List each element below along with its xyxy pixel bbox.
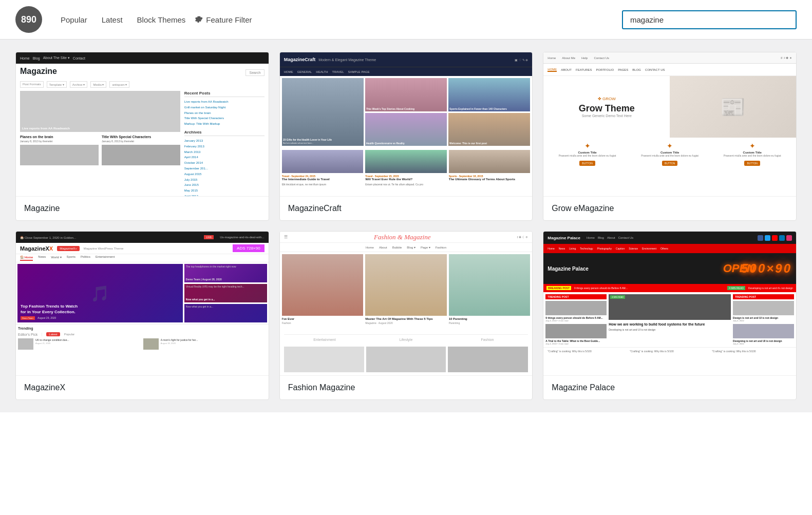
theme-name: Grow eMagazine: [543, 196, 796, 220]
theme-preview-grow: HomeAbout MeHelpContact Us F ♯ ✚ ✶ HOME …: [543, 52, 796, 196]
theme-name: MagazineCraft: [280, 196, 533, 220]
theme-card[interactable]: MagazineCraft Modern & Elegant Magazine …: [279, 52, 533, 221]
feature-filter-label: Feature Filter: [206, 15, 252, 24]
page-wrapper: 890 Popular Latest Block Themes Feature …: [0, 0, 812, 515]
nav-popular[interactable]: Popular: [54, 12, 93, 27]
search-input[interactable]: [622, 10, 797, 29]
theme-name: Fashion Magazine: [280, 375, 533, 399]
theme-preview-magazinecraft: MagazineCraft Modern & Elegant Magazine …: [280, 52, 533, 196]
theme-preview-magazine: HomeBlogAbout The Site ▾Contact Magazine…: [16, 52, 269, 196]
theme-preview-fashion: ☰ Fashion & Magazine f ✚ ☾ ✈ HomeAboutBu…: [280, 232, 533, 375]
theme-card[interactable]: HomeBlogAbout The Site ▾Contact Magazine…: [15, 52, 269, 221]
theme-preview-palace: Magazine Palace HomeBlogAboutContact Us: [543, 232, 796, 375]
nav-feature-filter[interactable]: Feature Filter: [194, 15, 252, 24]
themes-grid: HomeBlogAbout The Site ▾Contact Magazine…: [0, 40, 812, 412]
themes-nav: Popular Latest Block Themes Feature Filt…: [54, 12, 610, 27]
theme-card[interactable]: ☰ Fashion & Magazine f ✚ ☾ ✈ HomeAboutBu…: [279, 231, 533, 400]
themes-header: 890 Popular Latest Block Themes Feature …: [0, 0, 812, 40]
theme-preview-magazinex: 🏠 Close September 1, 2020 in Golden... L…: [16, 232, 269, 375]
theme-count-badge: 890: [15, 6, 42, 33]
nav-latest[interactable]: Latest: [96, 12, 129, 27]
theme-card[interactable]: Magazine Palace HomeBlogAboutContact Us: [543, 231, 797, 400]
theme-name: Magazine: [16, 196, 269, 220]
search-box: [622, 10, 797, 29]
theme-card[interactable]: HomeAbout MeHelpContact Us F ♯ ✚ ✶ HOME …: [543, 52, 797, 221]
theme-name: MagazineX: [16, 375, 269, 399]
theme-card[interactable]: 🏠 Close September 1, 2020 in Golden... L…: [15, 231, 269, 400]
gear-icon: [194, 15, 203, 24]
theme-name: Magazine Palace: [543, 375, 796, 399]
nav-block-themes[interactable]: Block Themes: [131, 12, 192, 27]
